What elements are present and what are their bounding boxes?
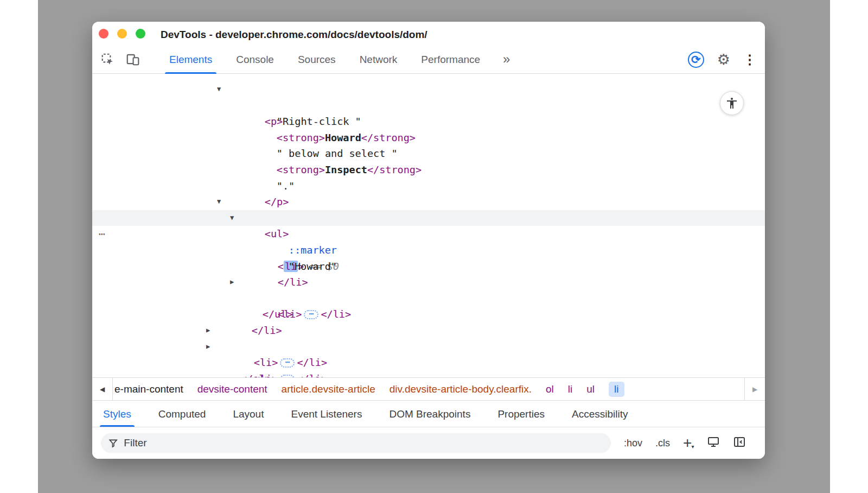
tree-row-text[interactable]: ".": [92, 162, 765, 178]
tree-row-ol-close[interactable]: </ol>: [92, 355, 765, 371]
tab-computed-label: Computed: [158, 408, 206, 420]
tab-styles[interactable]: Styles: [102, 401, 132, 427]
disclosure-arrow-icon[interactable]: ▼: [217, 81, 221, 98]
inspect-element-icon[interactable]: [101, 53, 115, 67]
tab-performance-label: Performance: [421, 54, 480, 65]
tab-layout-label: Layout: [233, 408, 264, 420]
accessibility-person-icon: [725, 97, 738, 110]
disclosure-arrow-icon[interactable]: ▶: [206, 339, 210, 355]
tab-properties-label: Properties: [497, 408, 545, 420]
tab-dom-breakpoints[interactable]: DOM Breakpoints: [388, 401, 471, 427]
monitor-icon[interactable]: [707, 435, 720, 451]
tree-row-selected-li[interactable]: ⋯ ▼ <li>==$0: [92, 210, 765, 226]
tab-sources-label: Sources: [298, 54, 336, 65]
panel-tab-strip: Elements Console Sources Network Perform…: [168, 46, 510, 74]
breadcrumb-item[interactable]: ol: [546, 383, 554, 395]
tag-token: </ol>: [241, 373, 271, 377]
tag-token: </li>: [297, 373, 327, 377]
caret-down-icon: ▾: [691, 444, 694, 450]
more-options-kebab-icon[interactable]: ⋮: [743, 52, 756, 67]
title-bar: DevTools - developer.chrome.com/docs/dev…: [92, 22, 765, 46]
tree-row-ul-open[interactable]: ▼ <ul>: [92, 194, 765, 210]
tab-accessibility-label: Accessibility: [572, 408, 628, 420]
more-tabs-icon[interactable]: »: [503, 46, 510, 74]
tab-properties[interactable]: Properties: [496, 401, 546, 427]
sync-icon[interactable]: ⟳: [688, 52, 704, 68]
tab-computed[interactable]: Computed: [157, 401, 207, 427]
breadcrumb-item[interactable]: e-main-content: [114, 383, 183, 395]
disclosure-arrow-icon[interactable]: ▼: [217, 194, 221, 210]
tab-dom-breakpoints-label: DOM Breakpoints: [389, 408, 470, 420]
tab-console-label: Console: [236, 54, 274, 65]
tree-row-li-close[interactable]: </li>: [92, 306, 765, 323]
filter-field-container[interactable]: [101, 433, 611, 453]
styles-filter-bar: :hov .cls + ▾: [92, 427, 765, 459]
tree-row-p-close[interactable]: </p>: [92, 178, 765, 194]
tab-layout[interactable]: Layout: [232, 401, 265, 427]
minimize-window-button[interactable]: [117, 29, 127, 39]
breadcrumb-item[interactable]: div.devsite-article-body.clearfix.: [390, 383, 532, 395]
tree-row-ul-close[interactable]: </ul>: [92, 290, 765, 307]
maximize-window-button[interactable]: [136, 29, 145, 39]
window-title: DevTools - developer.chrome.com/docs/dev…: [161, 22, 427, 46]
accessibility-fab-button[interactable]: [720, 91, 744, 115]
sidebar-tab-strip: Styles Computed Layout Event Listeners D…: [92, 400, 765, 427]
breadcrumb-list: e-main-content devsite-content article.d…: [113, 382, 744, 397]
tree-row-marker[interactable]: ::marker: [92, 226, 765, 242]
toggle-sidebar-icon[interactable]: [733, 435, 746, 451]
breadcrumb-item[interactable]: devsite-content: [197, 383, 267, 395]
breadcrumb-item[interactable]: ul: [586, 383, 595, 395]
breadcrumb-item[interactable]: article.devsite-article: [282, 383, 375, 395]
device-toolbar-icon[interactable]: [126, 53, 140, 67]
breadcrumb-item[interactable]: li: [568, 383, 572, 395]
disclosure-arrow-icon[interactable]: ▶: [206, 323, 210, 339]
new-style-rule-button[interactable]: + ▾: [683, 437, 694, 450]
disclosure-arrow-icon[interactable]: ▶: [230, 274, 234, 290]
close-window-button[interactable]: [99, 29, 108, 39]
toggle-element-state-button[interactable]: :hov: [624, 438, 642, 449]
breadcrumb: ◀ e-main-content devsite-content article…: [92, 377, 765, 400]
settings-gear-icon[interactable]: ⚙: [717, 51, 730, 68]
tree-row-strong-howard[interactable]: <strong>Howard</strong>: [92, 113, 765, 130]
tree-row-collapsed-li[interactable]: ▶ <li>⋯</li>: [92, 274, 765, 290]
styles-pane-tools: :hov .cls + ▾: [624, 435, 746, 451]
tab-sources[interactable]: Sources: [297, 46, 337, 74]
tree-row-text[interactable]: "Right-click ": [92, 98, 765, 114]
tab-event-listeners-label: Event Listeners: [291, 408, 362, 420]
tab-network-label: Network: [360, 54, 398, 65]
plus-icon: +: [683, 437, 692, 450]
tree-row-collapsed-li[interactable]: ▶ <li>⋯</li>: [92, 339, 765, 355]
filter-funnel-icon: [108, 438, 118, 448]
tab-console[interactable]: Console: [235, 46, 275, 74]
tree-row-p-open[interactable]: ▼ <p>: [92, 81, 765, 98]
tree-row-collapsed-li[interactable]: ▶ <li>⋯</li>: [92, 323, 765, 339]
tree-row-strong-inspect[interactable]: <strong>Inspect</strong>: [92, 146, 765, 162]
devtools-toolbar: Elements Console Sources Network Perform…: [92, 46, 765, 74]
tab-accessibility[interactable]: Accessibility: [571, 401, 629, 427]
tree-row-clipped[interactable]: ::marker: [92, 74, 765, 81]
tab-elements[interactable]: Elements: [168, 46, 213, 74]
tab-network[interactable]: Network: [359, 46, 399, 74]
breadcrumb-scroll-right-button[interactable]: ▶: [744, 378, 765, 400]
toolbar-right-controls: ⟳ ⚙ ⋮: [688, 46, 756, 74]
breadcrumb-item-selected[interactable]: li: [609, 382, 624, 397]
element-classes-button[interactable]: .cls: [655, 438, 670, 449]
dom-tree: ::marker ▼ <p> "Right-click " <strong>Ho…: [92, 74, 765, 377]
disclosure-arrow-icon[interactable]: ▼: [230, 210, 234, 226]
tab-elements-label: Elements: [169, 54, 212, 65]
tree-row-text[interactable]: "Howard": [92, 242, 765, 258]
tab-event-listeners[interactable]: Event Listeners: [290, 401, 363, 427]
tree-row-text[interactable]: " below and select ": [92, 130, 765, 146]
tab-styles-label: Styles: [103, 408, 131, 420]
devtools-window: DevTools - developer.chrome.com/docs/dev…: [92, 22, 765, 459]
filter-input[interactable]: [124, 437, 604, 449]
tree-row-li-close[interactable]: </li>: [92, 258, 765, 275]
breadcrumb-scroll-left-button[interactable]: ◀: [92, 378, 113, 400]
tab-performance[interactable]: Performance: [420, 46, 481, 74]
